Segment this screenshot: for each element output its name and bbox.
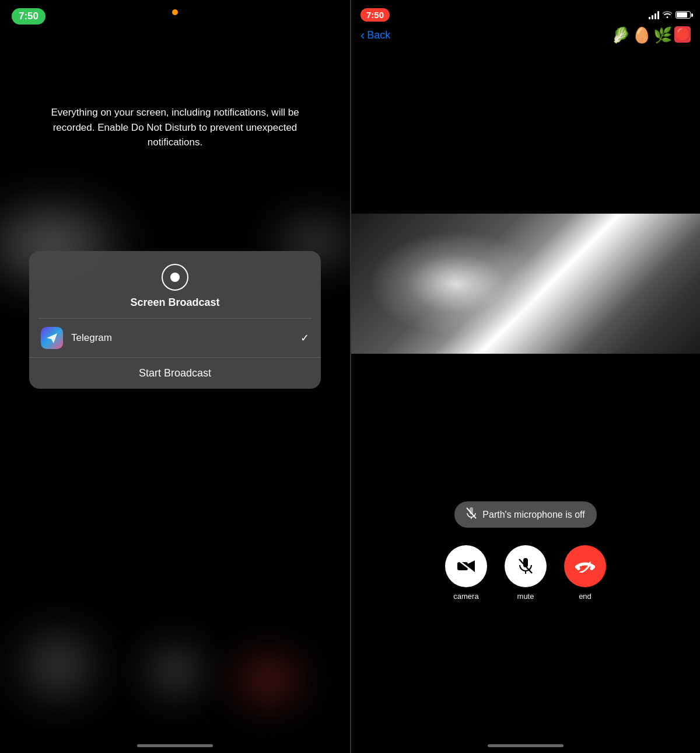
end-call-button[interactable]: end <box>564 545 606 601</box>
mute-label: mute <box>517 592 534 601</box>
end-label: end <box>579 592 592 601</box>
back-nav: ‹ Back 🥬 🥚 🌿 🔴 <box>351 22 700 50</box>
broadcast-dialog: Screen Broadcast Telegram ✓ Start Broadc… <box>29 251 321 389</box>
emoji-1: 🥬 <box>611 26 630 44</box>
signal-bar-4 <box>657 11 659 19</box>
dialog-header: Screen Broadcast <box>29 251 321 318</box>
camera-button[interactable]: camera <box>445 545 487 601</box>
right-time: 7:50 <box>360 8 390 22</box>
mute-button[interactable]: mute <box>505 545 547 601</box>
signal-icon <box>649 11 659 19</box>
dialog-title: Screen Broadcast <box>130 297 219 309</box>
emoji-4: 🔴 <box>674 26 691 43</box>
record-icon <box>162 264 188 291</box>
right-status-bar: 7:50 <box>351 0 700 22</box>
signal-bar-3 <box>654 13 656 19</box>
left-home-indicator <box>137 744 213 747</box>
mic-off-text: Parth's microphone is off <box>482 510 584 520</box>
video-area-grey <box>351 214 700 354</box>
back-label[interactable]: Back <box>367 29 390 41</box>
right-home-indicator <box>488 744 564 747</box>
emoji-icons-row: 🥬 🥚 🌿 🔴 <box>611 26 691 44</box>
battery-icon <box>676 11 691 19</box>
end-call-button-circle <box>564 545 606 587</box>
blur-effect-bottom-red <box>222 642 315 718</box>
mute-button-circle <box>505 545 547 587</box>
left-status-bar: 7:50 <box>0 0 350 25</box>
telegram-icon <box>41 327 63 349</box>
left-panel: 7:50 Everything on your screen, includin… <box>0 0 350 753</box>
warning-text: Everything on your screen, including not… <box>0 105 350 150</box>
camera-button-circle <box>445 545 487 587</box>
signal-bar-1 <box>649 17 650 19</box>
video-area-top <box>351 50 700 214</box>
left-time: 7:50 <box>12 8 46 25</box>
call-buttons: camera mute <box>445 545 606 601</box>
app-row[interactable]: Telegram ✓ <box>29 319 321 357</box>
blur-effect-bottom-center <box>134 636 216 706</box>
emoji-2: 🥚 <box>632 26 651 44</box>
call-area: Parth's microphone is off camera <box>351 354 700 753</box>
checkmark-icon: ✓ <box>300 332 309 344</box>
mic-off-icon <box>466 507 477 522</box>
back-chevron-icon[interactable]: ‹ <box>360 28 365 43</box>
mic-off-badge: Parth's microphone is off <box>454 501 596 528</box>
orange-dot <box>172 9 178 15</box>
right-status-icons <box>649 10 691 20</box>
record-icon-inner <box>170 273 180 282</box>
emoji-3: 🌿 <box>653 26 672 44</box>
wifi-icon <box>663 10 672 20</box>
signal-bar-2 <box>652 15 653 19</box>
right-panel: 7:50 ‹ Back <box>351 0 700 753</box>
battery-fill <box>677 12 687 18</box>
camera-label: camera <box>453 592 478 601</box>
blur-effect-bottom-left <box>12 625 105 706</box>
start-broadcast-button[interactable]: Start Broadcast <box>29 358 321 389</box>
app-name: Telegram <box>71 332 300 344</box>
grey-light-effect <box>369 231 544 336</box>
